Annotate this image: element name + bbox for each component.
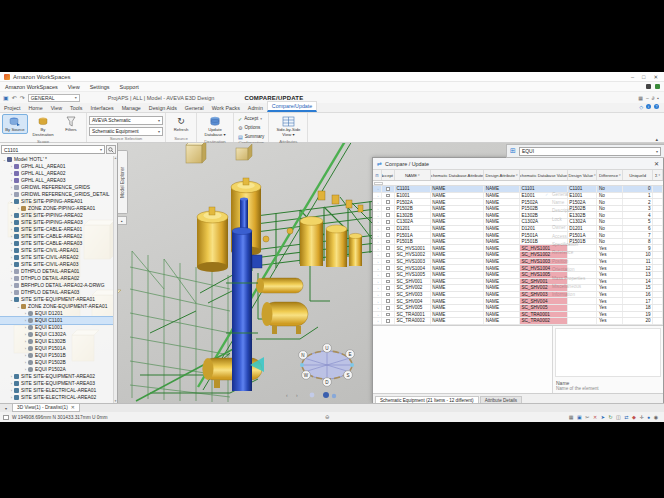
tree-node-site-site-cable-area02[interactable]: ›SITE SITE-CABLE-AREA02 [0, 233, 113, 240]
view-tab-close-icon[interactable]: ✕ [71, 405, 75, 410]
tree-node-dthplo-detail-area01[interactable]: ›DTHPLO DETAIL-AREA01 [0, 268, 113, 275]
compass-west-label[interactable]: W [304, 373, 309, 378]
accept-direction-icon[interactable]: → [373, 219, 382, 225]
tree-node-site-site-equipment-area01[interactable]: ⌄SITE SITE-EQUIPMENT-AREA01 [0, 296, 113, 303]
tree-node-dthplo-detail-area03[interactable]: ›DTHPLO DETAIL-AREA03 [0, 289, 113, 296]
accept-checkbox[interactable] [386, 313, 390, 317]
tab-design-aids[interactable]: Design Aids [145, 104, 181, 113]
statusbar-icon-5[interactable]: ↻ [608, 414, 612, 420]
col-design-value[interactable]: Design Value▾ [568, 170, 598, 180]
side-by-side-view-button[interactable]: Side-by-Side View ▾ [271, 114, 305, 139]
update-database-button[interactable]: Update Database ▾ [199, 114, 231, 139]
ghost-menu-item[interactable]: Specification [545, 240, 641, 248]
search-input[interactable]: C1101 ▾ [1, 145, 105, 154]
statusbar-icon-6[interactable]: ◫ [616, 414, 621, 420]
general-combo[interactable]: GENERAL ▾ [28, 94, 80, 102]
accept-direction-icon[interactable]: → [373, 212, 382, 218]
accept-direction-icon[interactable]: → [373, 279, 382, 285]
accept-direction-icon[interactable]: → [373, 305, 382, 311]
accept-direction-icon[interactable]: → [373, 206, 382, 212]
options-button[interactable]: ⚙ Options [236, 124, 262, 131]
tree-node-zone-zone-equipment-area01[interactable]: ⌄ZONE ZONE-EQUIPMENT-AREA01 [0, 303, 113, 310]
statusbar-icon-1[interactable]: ▣ [577, 414, 582, 420]
accept-direction-icon[interactable]: → [373, 245, 382, 251]
tab-work-packs[interactable]: Work Packs [208, 104, 244, 113]
tree-node-model-hotl-[interactable]: ⌄Model 'HOTL' * [0, 156, 113, 163]
tab-admin[interactable]: Admin [244, 104, 267, 113]
tab-schematic-equipment[interactable]: Schematic Equipment (21 Items - 12 diffe… [375, 396, 479, 403]
col-difference[interactable]: Difference▾ [597, 170, 623, 180]
tab-manage[interactable]: Manage [118, 104, 145, 113]
accept-checkbox[interactable] [386, 319, 390, 323]
model-explorer-collapsed-tab[interactable]: Model Explorer [118, 150, 128, 214]
ghost-menu-item[interactable]: Lock [545, 215, 641, 223]
help-badge-icon[interactable]: ? [654, 104, 659, 109]
statusbar-icon-2[interactable]: ✂ [585, 414, 589, 420]
tree-node-site-site-civil-area01[interactable]: ›SITE SITE-CIVIL-AREA01 [0, 247, 113, 254]
tree-node-equi-p1501b[interactable]: ›EQUI P1501B [0, 352, 113, 359]
tree-node-site-site-piping-area03[interactable]: ›SITE SITE-PIPING-AREA03 [0, 219, 113, 226]
menu-support[interactable]: Support [115, 84, 144, 90]
tab-general[interactable]: General [181, 104, 208, 113]
tree-node-gphl-all-area02[interactable]: ›GPHL ALL_AREA02 [0, 170, 113, 177]
ghost-menu-item[interactable]: Owner [545, 224, 641, 232]
grid-icon[interactable]: ⊞ [510, 147, 516, 155]
schematic-source-combo[interactable]: AVEVA Schematic ▾ [89, 116, 163, 125]
tree-scrollbar[interactable]: ▲▼ [113, 156, 117, 403]
ghost-menu-item[interactable]: Mass Properties [545, 274, 641, 282]
filter-input[interactable] [374, 182, 383, 185]
accept-checkbox[interactable] [386, 207, 390, 211]
view-list-dropdown-icon[interactable]: ▾ [0, 404, 12, 412]
statusbar-icon-11[interactable]: ◉ [654, 414, 658, 420]
close-button[interactable]: ✕ [653, 74, 658, 80]
pin-icon[interactable]: ▪ [118, 216, 127, 225]
accept-direction-icon[interactable]: → [373, 199, 382, 205]
selection-mode-icon[interactable] [3, 415, 9, 420]
ghost-menu-item[interactable]: Reference [545, 249, 641, 257]
ghost-menu-item[interactable]: ✓Position [545, 257, 641, 265]
accept-checkbox[interactable] [386, 306, 390, 310]
accept-checkbox[interactable] [386, 280, 390, 284]
element-type-combo[interactable]: Schematic Equipment ▾ [89, 127, 163, 136]
col-design-attribute[interactable]: Design Attribute▾ [484, 170, 520, 180]
accept-checkbox[interactable] [386, 213, 390, 217]
save-icon[interactable]: ▣ [3, 94, 9, 101]
tree-node-site-site-cable-area01[interactable]: ›SITE SITE-CABLE-AREA01 [0, 226, 113, 233]
refresh-button[interactable]: ↻ Refresh [168, 114, 194, 134]
accept-direction-icon[interactable]: → [373, 252, 382, 258]
tree-node-equi-e1001[interactable]: ›EQUI E1001 [0, 324, 113, 331]
ghost-menu-item[interactable]: Access [545, 232, 641, 240]
compass-north-label[interactable]: N [301, 353, 304, 358]
col-accept[interactable]: Accept▾ [382, 170, 395, 180]
table-row-sc_shv004[interactable]: →SC_SHV004NAMENAMESC_SHV004Yes17 [373, 298, 663, 305]
menu-settings[interactable]: Settings [85, 84, 115, 90]
menu-amazon-workspaces[interactable]: Amazon WorkSpaces [0, 84, 63, 90]
undo-icon[interactable]: ↶ [12, 94, 17, 101]
connection-status-icon[interactable] [655, 84, 660, 89]
tab-interfaces[interactable]: Interfaces [86, 104, 117, 113]
col-schematic-value[interactable]: Schematic Database Value▾ [520, 170, 568, 180]
layout-icon[interactable]: ▦ [638, 95, 643, 101]
tab-home[interactable]: Home [25, 104, 47, 113]
tree-node-equi-p1502b[interactable]: ›EQUI P1502B [0, 359, 113, 366]
current-element-combo[interactable]: EQUI ▾ [519, 147, 661, 156]
tree-node-zone-zone-piping-area01[interactable]: ›ZONE ZONE-PIPING-AREA01 [0, 205, 113, 212]
panel-close-icon[interactable]: ✕ [654, 160, 659, 167]
table-row-sc_shv005[interactable]: →SC_SHV005NAMENAMESC_SHV005Yes18 [373, 305, 663, 312]
tree-node-equi-p1501a[interactable]: ›EQUI P1501A [0, 345, 113, 352]
statusbar-icon-3[interactable]: ✕ [593, 414, 597, 420]
accept-direction-icon[interactable]: → [373, 292, 382, 298]
accept-button[interactable]: ✓ Accept ▾ [236, 115, 264, 122]
by-source-button[interactable]: By Source [2, 114, 28, 134]
tree-node-equi-p1502a[interactable]: ›EQUI P1502A [0, 366, 113, 373]
accept-checkbox[interactable] [386, 299, 390, 303]
accept-checkbox[interactable] [386, 253, 390, 257]
col-schematic-attribute[interactable]: Schematic Database Attribute▾ [431, 170, 485, 180]
accept-checkbox[interactable] [386, 286, 390, 290]
accept-checkbox[interactable] [386, 220, 390, 224]
accept-checkbox[interactable] [386, 273, 390, 277]
col-name[interactable]: NAME▾ [395, 170, 431, 180]
table-row-sc_tra0001[interactable]: →SC_TRA0001NAMENAMESC_TRA0001Yes19 [373, 312, 663, 319]
statusbar-icon-0[interactable]: ▦ [569, 414, 574, 420]
tab-view[interactable]: View [47, 104, 66, 113]
